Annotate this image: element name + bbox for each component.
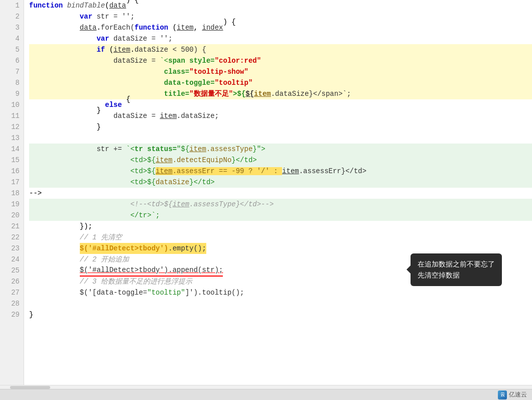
tooltip-line2: 先清空掉数据	[418, 270, 495, 281]
code-line-27	[29, 298, 532, 309]
horizontal-scrollbar[interactable]	[0, 385, 532, 389]
code-line-3: data.forEach(function (item, index) {	[29, 22, 532, 33]
code-editor: 12345 678910 1112131415 1617181920 21222…	[0, 0, 532, 400]
code-line-19: </tr>`;	[29, 210, 532, 221]
code-line-28: }	[29, 309, 532, 320]
logo-icon-text: 云	[500, 391, 505, 398]
logo: 云 亿速云	[498, 390, 527, 399]
code-content: function bindTable(data) { var str = '';…	[24, 0, 532, 389]
code-line-17: <td>${dataSize}</td>	[29, 177, 532, 188]
code-line-4: var dataSize = '';	[29, 33, 532, 44]
tooltip-popup: 在追加数据之前不要忘了 先清空掉数据	[411, 253, 502, 286]
logo-icon: 云	[498, 390, 507, 399]
tooltip-line1: 在追加数据之前不要忘了	[418, 258, 495, 270]
code-line-26: $('[data-toggle="tooltip"]').tooltip();	[29, 287, 532, 298]
logo-text: 亿速云	[509, 390, 527, 399]
code-line-21: // 1 先清空	[29, 232, 532, 243]
line-numbers: 12345 678910 1112131415 1617181920 21222…	[0, 0, 24, 389]
code-line-13	[29, 132, 532, 144]
code-line-29	[29, 320, 532, 331]
bottom-bar: 云 亿速云	[0, 389, 532, 400]
code-line-11: dataSize = item.dataSize;	[29, 110, 532, 121]
code-line-1: function bindTable(data) {	[29, 0, 532, 11]
code-line-22: $('#allDetect>tbody').empty();	[29, 243, 532, 254]
code-line-2: var str = '';	[29, 11, 532, 22]
